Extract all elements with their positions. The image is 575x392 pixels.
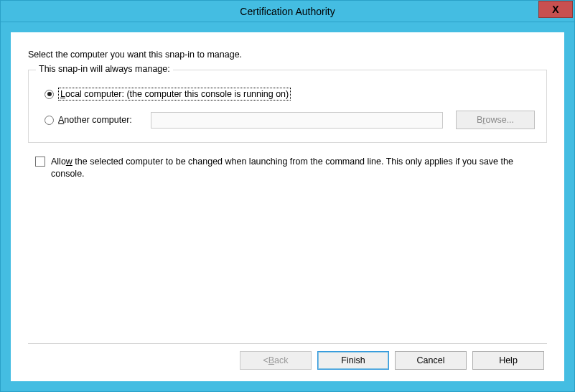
radio-local-label: Local computer: (the computer this conso… [58,88,291,101]
help-button[interactable]: Help [472,351,544,370]
back-button: < Back [240,351,312,370]
allow-change-row[interactable]: Allow the selected computer to be change… [35,156,518,180]
radio-row-another[interactable]: Another computer: Browse... [45,111,535,129]
radio-another[interactable] [45,116,54,125]
footer-separator [28,343,547,344]
close-button[interactable]: X [538,1,573,18]
allow-change-checkbox[interactable] [35,157,45,167]
dialog-window: Certification Authority X Select the com… [0,0,575,392]
another-computer-input [151,112,443,129]
browse-button: Browse... [456,111,535,129]
client-area-border: Select the computer you want this snap-i… [1,22,574,391]
titlebar: Certification Authority X [1,1,574,22]
footer-buttons: < Back Finish Cancel Help [28,351,547,374]
window-title: Certification Authority [1,6,574,17]
cancel-button[interactable]: Cancel [395,351,467,370]
radio-local[interactable] [45,90,54,99]
instruction-text: Select the computer you want this snap-i… [28,50,547,60]
manage-groupbox: This snap-in will always manage: Local c… [28,70,547,143]
spacer [28,180,547,343]
finish-button[interactable]: Finish [317,351,389,370]
radio-another-label: Another computer: [58,115,132,125]
groupbox-legend: This snap-in will always manage: [36,64,173,74]
allow-change-label: Allow the selected computer to be change… [51,156,518,180]
close-icon: X [552,4,558,15]
client-area: Select the computer you want this snap-i… [11,32,564,381]
radio-row-local[interactable]: Local computer: (the computer this conso… [45,88,535,101]
